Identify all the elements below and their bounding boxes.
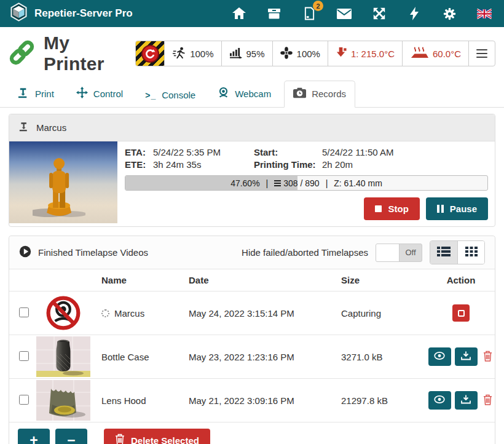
start-label: Start: [254, 147, 318, 157]
lens-hood-thumbnail [36, 380, 90, 421]
fan-value: 100% [297, 49, 320, 59]
speed-icon [172, 47, 186, 61]
start-value: 5/24/22 11:50 AM [322, 147, 488, 157]
job-info: ETA: 5/24/22 5:35 PM Start: 5/24/22 11:5… [117, 141, 495, 226]
printer-status-bar: 100% 95% 100% [135, 41, 495, 66]
control-tab-icon [76, 87, 88, 100]
row-select-checkbox[interactable] [19, 307, 29, 317]
video-date: May 24, 2022 3:15:14 PM [189, 308, 341, 319]
bottle-case-thumbnail [36, 336, 90, 377]
row-select-checkbox[interactable] [19, 395, 29, 405]
timelapse-header: Finished Timelapse Videos Hide failed/ab… [9, 236, 495, 269]
table-row-marcus: Marcus May 24, 2022 3:15:14 PM Capturing [9, 291, 495, 335]
fan-icon [280, 47, 293, 61]
tab-records[interactable]: Records [284, 81, 355, 108]
pause-print-button[interactable]: Pause [426, 197, 488, 220]
pause-label: Pause [450, 204, 477, 214]
video-name: Lens Hood [101, 395, 146, 406]
timelapse-title: Finished Timelapse Videos [38, 247, 148, 258]
col-action: Action [427, 275, 495, 285]
plus-icon: + [30, 432, 37, 444]
navbar-icons: 2 [232, 6, 494, 21]
power-icon[interactable] [407, 6, 422, 21]
print-queue-icon[interactable]: 2 [302, 6, 317, 21]
bed-temp-status[interactable]: 60.0°C [402, 41, 468, 66]
records-tab-icon [293, 87, 306, 100]
extruder-temp-status[interactable]: 1: 215.0°C [328, 41, 402, 66]
grid-view-button[interactable] [457, 241, 484, 264]
speed-status[interactable]: 100% [164, 41, 221, 66]
bed-temp-value: 60.0°C [433, 49, 461, 59]
job-name: Marcus [36, 122, 66, 133]
col-date: Date [189, 275, 341, 285]
delete-selected-button[interactable]: Delete Selected [104, 429, 210, 444]
printer-header: My Printer 100% [0, 27, 504, 77]
top-navbar: Repetier-Server Pro 2 [0, 0, 504, 27]
connection-chain-icon [9, 39, 35, 68]
col-size: Size [341, 275, 427, 285]
print-progress-bar: 47.60% | 308 / 890 | Z: 61.40 mm [125, 175, 488, 191]
timelapse-footer: + − Delete Selected [9, 422, 495, 444]
messages-icon[interactable] [337, 6, 352, 21]
stop-print-button[interactable]: Stop [364, 197, 419, 220]
stop-label: Stop [388, 204, 408, 214]
home-icon[interactable] [232, 6, 246, 21]
job-preview-thumbnail [9, 141, 117, 223]
list-view-icon [437, 246, 451, 259]
delete-video-button[interactable] [481, 349, 494, 365]
download-icon [461, 351, 471, 362]
video-name: Marcus [114, 308, 144, 319]
stop-capture-button[interactable] [452, 304, 470, 322]
view-video-button[interactable] [428, 391, 451, 410]
brand[interactable]: Repetier-Server Pro [10, 2, 133, 25]
view-mode-group [430, 240, 485, 264]
progress-layers: 308 / 890 [283, 178, 319, 188]
printing-time-label: Printing Time: [254, 159, 318, 170]
eye-icon [434, 395, 445, 405]
layers-icon [274, 180, 281, 186]
delete-video-button[interactable] [481, 393, 494, 408]
pause-icon [437, 205, 444, 213]
col-name: Name [101, 275, 189, 285]
archive-icon[interactable] [267, 6, 282, 21]
video-date: May 21, 2022 3:09:16 PM [189, 395, 341, 406]
tab-console[interactable]: >_ Console [136, 83, 205, 108]
flow-value: 95% [246, 49, 265, 59]
download-video-button[interactable] [455, 391, 478, 410]
tab-console-label: Console [162, 90, 195, 100]
print-tab-icon [18, 87, 30, 100]
row-select-checkbox[interactable] [19, 351, 29, 361]
language-flag-uk-icon[interactable] [477, 6, 492, 21]
grid-view-icon [465, 246, 478, 259]
expand-icon[interactable] [372, 6, 387, 21]
select-all-button[interactable]: + [18, 429, 50, 444]
print-queue-badge: 2 [313, 1, 323, 11]
flow-status[interactable]: 95% [221, 41, 272, 66]
hide-failed-toggle[interactable]: Off [376, 244, 422, 262]
print-progress-text: 47.60% | 308 / 890 | Z: 61.40 mm [125, 176, 487, 190]
video-size: Capturing [341, 308, 427, 319]
settings-icon[interactable] [442, 6, 457, 21]
list-view-button[interactable] [430, 241, 457, 264]
hide-toggle-label: Hide failed/aborted Timelapses [242, 247, 368, 258]
job-panel-header: Marcus [9, 114, 495, 141]
tab-webcam[interactable]: Webcam [208, 80, 280, 108]
emergency-reset-icon [141, 45, 159, 63]
view-video-button[interactable] [428, 347, 451, 366]
tab-control[interactable]: Control [67, 80, 132, 108]
tab-control-label: Control [93, 89, 123, 99]
tab-print[interactable]: Print [9, 81, 63, 108]
heated-bed-icon [410, 47, 428, 61]
fan-status[interactable]: 100% [272, 41, 328, 66]
download-video-button[interactable] [455, 347, 478, 366]
minus-icon: − [67, 432, 75, 444]
trash-white-icon [115, 434, 125, 444]
eta-label: ETA: [125, 147, 149, 157]
printer-menu-button[interactable] [468, 41, 495, 66]
emergency-stop-button[interactable] [136, 41, 164, 66]
delete-selected-label: Delete Selected [131, 435, 199, 444]
ete-value: 3h 24m 35s [153, 159, 250, 170]
deselect-all-button[interactable]: − [55, 429, 87, 444]
timelapse-table-header: Name Date Size Action [9, 269, 495, 291]
extruder-temp-value: 1: 215.0°C [351, 49, 395, 59]
